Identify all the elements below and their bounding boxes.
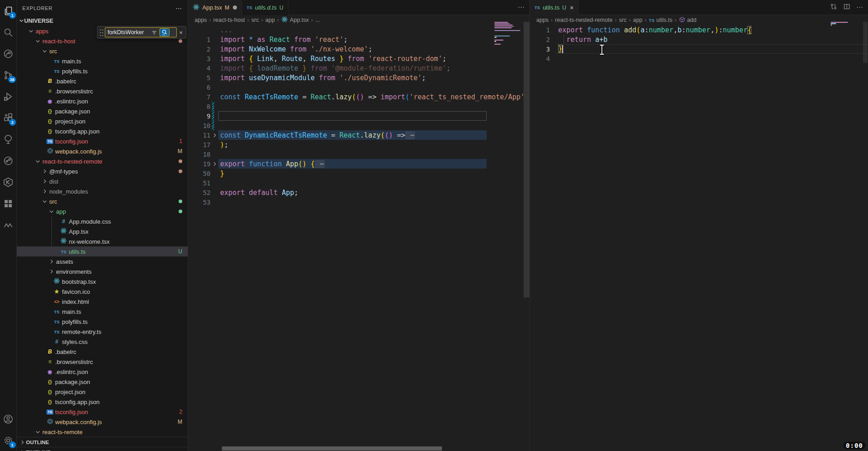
tree-item-.babelrc[interactable]: B.babelrc	[17, 76, 188, 86]
breadcrumb-app[interactable]: app	[633, 17, 642, 23]
activity-search-icon[interactable]	[0, 21, 17, 43]
tree-find-input[interactable]	[108, 29, 149, 36]
tab-App.tsx[interactable]: App.tsxM	[188, 0, 242, 15]
breadcrumb-src[interactable]: src	[252, 17, 259, 23]
timeline-section-header[interactable]: TIMELINE	[17, 447, 188, 451]
tree-item-utils.ts[interactable]: TSutils.tsU	[17, 246, 188, 256]
code-line-4[interactable]: 4import { loadRemote } from '@module-fed…	[188, 63, 529, 73]
tree-item-main.ts[interactable]: TSmain.ts	[17, 307, 188, 317]
activity-explorer-icon[interactable]: 1	[0, 0, 17, 21]
breadcrumb-react-ts-nested-remote[interactable]: react-ts-nested-remote	[555, 17, 612, 23]
close-icon[interactable]: ×	[177, 29, 185, 36]
tree-item-index.html[interactable]: <>index.html	[17, 297, 188, 307]
tree-item-package.json[interactable]: {}package.json	[17, 106, 188, 116]
breadcrumb-src[interactable]: src	[619, 17, 627, 23]
tree-item-bootstrap.tsx[interactable]: bootstrap.tsx	[17, 277, 188, 287]
drag-grip-icon[interactable]	[99, 29, 104, 36]
code-line-52[interactable]: 52export default App;	[188, 188, 529, 197]
tree-item-project.json[interactable]: {}project.json	[17, 387, 188, 397]
code-line-3[interactable]: 3}	[530, 44, 868, 54]
activity-nx-cloud-icon[interactable]	[0, 128, 17, 150]
tree-item-App.module.css[interactable]: #App.module.css	[17, 216, 188, 226]
activity-wallaby-icon[interactable]	[0, 214, 17, 236]
tab-utils.d.ts[interactable]: TSutils.d.tsU	[242, 0, 288, 15]
code-editor[interactable]: ...1import * as React from 'react';2impo…	[188, 25, 529, 207]
code-line-4[interactable]: 4	[530, 54, 868, 63]
breadcrumb-...[interactable]: ...	[315, 17, 320, 23]
vertical-scrollbar[interactable]	[863, 22, 868, 63]
code-line-9[interactable]: 9	[188, 111, 529, 121]
tree-item-tsconfig.json[interactable]: TStsconfig.json2	[17, 407, 188, 417]
activity-extensions-icon[interactable]: 3	[0, 107, 17, 128]
code-line-1[interactable]: 1export function add(a:number,b:number,)…	[530, 25, 868, 35]
activity-panel-grid-icon[interactable]	[0, 193, 17, 214]
code-line-51[interactable]: 51	[188, 178, 529, 188]
code-line-1[interactable]: 1import * as React from 'react';	[188, 35, 529, 44]
tree-item-src[interactable]: src	[17, 196, 188, 206]
tree-item-react-ts-remote[interactable]: react-ts-remote	[17, 427, 188, 437]
breadcrumb-utils.ts[interactable]: TSutils.ts	[649, 17, 673, 23]
dirty-indicator-icon[interactable]	[233, 5, 237, 10]
activity-git-graph-icon[interactable]	[0, 150, 17, 171]
tree-item-.browserslistrc[interactable]: ≡.browserslistrc	[17, 86, 188, 96]
tree-item-.browserslistrc[interactable]: ≡.browserslistrc	[17, 357, 188, 367]
code-line-2[interactable]: 2 return a+b	[530, 35, 868, 44]
sidebar-more-actions-button[interactable]: ⋯	[175, 5, 182, 12]
tree-item-.eslintrc.json[interactable]: ◉.eslintrc.json	[17, 96, 188, 106]
split-editor-icon[interactable]	[843, 3, 851, 12]
fold-chevron-icon[interactable]	[211, 133, 218, 138]
minimap[interactable]	[831, 22, 861, 26]
breadcrumb-add[interactable]: add	[679, 16, 697, 24]
code-editor[interactable]: 1export function add(a:number,b:number,)…	[530, 25, 868, 63]
tree-item-src[interactable]: src	[17, 46, 188, 56]
activity-accounts-icon[interactable]	[0, 408, 17, 430]
code-line-3[interactable]: 3import { Link, Route, Routes } from 're…	[188, 54, 529, 63]
fold-chevron-icon[interactable]	[211, 161, 218, 167]
tree-item-@mf-types[interactable]: @mf-types	[17, 166, 188, 176]
code-line-53[interactable]: 53	[188, 197, 529, 207]
activity-console-ninja-icon[interactable]	[0, 171, 17, 193]
tree-item-assets[interactable]: assets	[17, 256, 188, 266]
tree-item-project.json[interactable]: {}project.json	[17, 116, 188, 126]
tree-item-.eslintrc.json[interactable]: ◉.eslintrc.json	[17, 367, 188, 377]
code-line-18[interactable]: 18	[188, 149, 529, 159]
tree-item-tsconfig.app.json[interactable]: {}tsconfig.app.json	[17, 397, 188, 407]
code-line-10[interactable]: 10	[188, 121, 529, 130]
more-actions-icon[interactable]: ⋯	[856, 3, 863, 11]
tree-item-react-ts-nested-remote[interactable]: react-ts-nested-remote	[17, 156, 188, 166]
tree-item-.babelrc[interactable]: B.babelrc	[17, 347, 188, 357]
code-line-6[interactable]: 6	[188, 82, 529, 92]
activity-source-control-icon[interactable]: 38	[0, 64, 17, 86]
code-line[interactable]: ...	[188, 25, 529, 35]
tree-item-main.ts[interactable]: TSmain.ts	[17, 56, 188, 66]
tree-item-favicon.ico[interactable]: ★favicon.ico	[17, 287, 188, 297]
tree-item-node-modules[interactable]: node_modules	[17, 186, 188, 196]
horizontal-scrollbar[interactable]	[222, 446, 442, 451]
tree-item-remote-entry.ts[interactable]: TSremote-entry.ts	[17, 327, 188, 337]
code-line-2[interactable]: 2import NxWelcome from './nx-welcome';	[188, 44, 529, 54]
outline-section-header[interactable]: OUTLINE	[17, 437, 188, 447]
code-line-7[interactable]: 7const ReactTsRemote = React.lazy(() => …	[188, 92, 529, 102]
breadcrumb-apps[interactable]: apps	[536, 17, 549, 23]
tree-item-styles.css[interactable]: #styles.css	[17, 337, 188, 347]
tab-utils.ts[interactable]: TSutils.tsU×	[530, 0, 579, 15]
activity-settings-icon[interactable]: 1	[0, 430, 17, 451]
code-line-19[interactable]: 19export function App() { ⋯	[188, 159, 529, 169]
tree-item-app[interactable]: app	[17, 206, 188, 216]
open-changes-icon[interactable]	[830, 3, 837, 12]
tree-item-polyfills.ts[interactable]: TSpolyfills.ts	[17, 66, 188, 76]
code-line-5[interactable]: 5import useDynamicModule from './useDyna…	[188, 73, 529, 82]
code-line-11[interactable]: 11const DynamicReactTsRemote = React.laz…	[188, 130, 529, 140]
minimap[interactable]	[494, 22, 524, 46]
breadcrumb-react-ts-host[interactable]: react-ts-host	[213, 17, 245, 23]
vertical-scrollbar[interactable]	[524, 22, 529, 297]
tree-item-webpack.config.js[interactable]: webpack.config.jsM	[17, 146, 188, 156]
filter-icon[interactable]	[149, 29, 159, 36]
fuzzy-search-toggle[interactable]	[159, 28, 169, 36]
activity-run-and-debug-icon[interactable]	[0, 86, 17, 107]
activity-nx-console-icon[interactable]	[0, 43, 17, 64]
tree-item-environments[interactable]: environments	[17, 266, 188, 277]
tree-item-package.json[interactable]: {}package.json	[17, 377, 188, 387]
code-line-8[interactable]: 8	[188, 102, 529, 111]
tree-item-tsconfig.app.json[interactable]: {}tsconfig.app.json	[17, 126, 188, 136]
